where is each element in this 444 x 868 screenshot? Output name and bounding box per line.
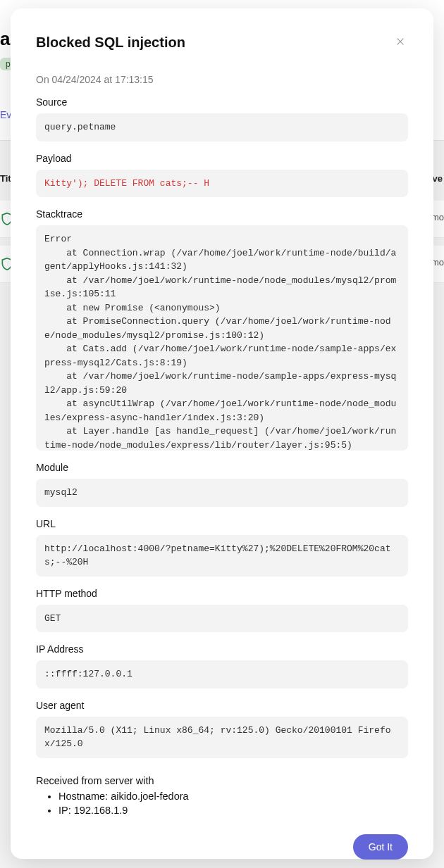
field-value: mysql2 [36,479,408,507]
field-label: Source [36,96,408,108]
field-value: query.petname [36,113,408,141]
server-hostname: Hostname: aikido.joel-fedora [58,789,408,803]
field-value: http://localhost:4000/?petname=Kitty%27)… [36,535,408,577]
field-value: ::ffff:127.0.0.1 [36,660,408,688]
field-label: Module [36,462,408,473]
field-value: Mozilla/5.0 (X11; Linux x86_64; rv:125.0… [36,717,408,758]
field-user-agent: User agent Mozilla/5.0 (X11; Linux x86_6… [36,700,408,758]
modal-header: Blocked SQL injection [36,34,408,51]
field-value: GET [36,605,408,633]
field-label: HTTP method [36,588,408,599]
field-module: Module mysql2 [36,462,408,507]
server-info: Received from server with Hostname: aiki… [36,775,408,818]
field-source: Source query.petname [36,96,408,141]
event-timestamp: On 04/24/2024 at 17:13:15 [36,74,408,85]
field-label: URL [36,518,408,529]
field-label: IP Address [36,643,408,655]
modal-title: Blocked SQL injection [36,34,185,51]
field-stacktrace: Stacktrace Error at Connection.wrap (/va… [36,208,408,451]
field-url: URL http://localhost:4000/?petname=Kitty… [36,518,408,577]
close-icon [395,37,405,49]
field-http-method: HTTP method GET [36,588,408,633]
field-value: Kitty'); DELETE FROM cats;-- H [36,170,408,198]
close-button[interactable] [393,34,408,51]
modal-footer: Got It [36,834,408,860]
server-ip: IP: 192.168.1.9 [58,803,408,817]
field-payload: Payload Kitty'); DELETE FROM cats;-- H [36,153,408,198]
event-detail-modal: Blocked SQL injection On 04/24/2024 at 1… [11,8,433,859]
field-label: Stacktrace [36,208,408,220]
got-it-button[interactable]: Got It [353,834,408,860]
field-value: Error at Connection.wrap (/var/home/joel… [36,225,408,451]
field-label: Payload [36,153,408,164]
field-label: User agent [36,700,408,711]
field-ip-address: IP Address ::ffff:127.0.0.1 [36,643,408,688]
modal-overlay: Blocked SQL injection On 04/24/2024 at 1… [0,0,444,868]
server-info-heading: Received from server with [36,775,408,786]
